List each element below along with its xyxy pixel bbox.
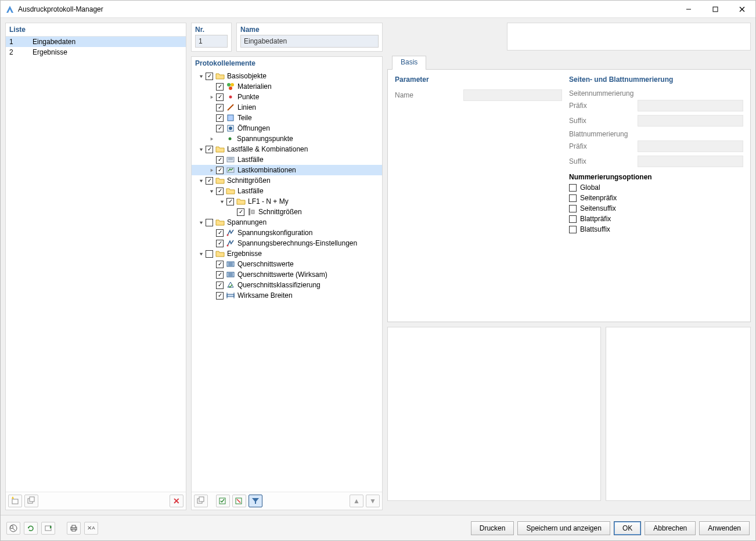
- dot-green-icon: [225, 134, 235, 143]
- tree-row[interactable]: Lastkombinationen: [192, 165, 382, 175]
- collapse-icon[interactable]: [196, 218, 206, 227]
- tree-row[interactable]: Basisobjekte: [192, 71, 382, 81]
- tree-checkbox[interactable]: [206, 250, 213, 258]
- tree-checkbox[interactable]: [216, 167, 224, 174]
- tree-row[interactable]: Materialien: [192, 81, 382, 92]
- option-checkbox[interactable]: [569, 184, 577, 192]
- folder-icon: [236, 197, 246, 206]
- print-button[interactable]: Drucken: [471, 521, 514, 535]
- expand-icon[interactable]: [207, 92, 216, 102]
- option-checkbox[interactable]: [569, 226, 577, 233]
- collapse-icon[interactable]: [196, 176, 206, 185]
- numbering-option[interactable]: Seitensuffix: [569, 204, 743, 212]
- name-input[interactable]: [240, 35, 379, 48]
- tree-row[interactable]: Lastfälle: [192, 154, 382, 165]
- tree-checkbox[interactable]: [216, 83, 224, 91]
- page-suffix-input[interactable]: [638, 115, 743, 127]
- refresh-button[interactable]: [24, 522, 38, 535]
- ok-button[interactable]: OK: [614, 521, 641, 535]
- tree-checkbox[interactable]: [216, 156, 224, 164]
- maximize-button[interactable]: [702, 1, 729, 18]
- tree-row[interactable]: Querschnittsklassifizierung: [192, 280, 382, 290]
- tree-row[interactable]: Spannungsberechnungs-Einstellungen: [192, 238, 382, 248]
- tree-checkbox[interactable]: [216, 125, 224, 132]
- check-all-button[interactable]: [216, 495, 230, 507]
- tree-row[interactable]: Schnittgrößen: [192, 207, 382, 217]
- numbering-option[interactable]: Global: [569, 183, 743, 192]
- copy-list-button[interactable]: [24, 495, 38, 507]
- sheet-suffix-input[interactable]: [638, 156, 743, 167]
- nr-input[interactable]: [195, 35, 228, 48]
- tree-copy-button[interactable]: [194, 495, 208, 507]
- tree-checkbox[interactable]: [216, 261, 224, 268]
- move-up-button[interactable]: ▲: [350, 495, 363, 507]
- option-checkbox[interactable]: [569, 215, 577, 223]
- uncheck-all-button[interactable]: [232, 495, 246, 507]
- tree-row[interactable]: Querschnittswerte (Wirksam): [192, 269, 382, 280]
- collapse-icon[interactable]: [196, 71, 206, 81]
- numbering-option[interactable]: Seitenpräfix: [569, 194, 743, 202]
- new-list-button[interactable]: [8, 495, 22, 507]
- sheet-prefix-input[interactable]: [638, 140, 743, 152]
- tree-row[interactable]: Linien: [192, 102, 382, 113]
- move-down-button[interactable]: ▼: [366, 495, 380, 507]
- collapse-icon[interactable]: [196, 145, 206, 154]
- tree-checkbox[interactable]: [216, 114, 224, 122]
- tree-checkbox[interactable]: [206, 177, 213, 185]
- tree-checkbox[interactable]: [216, 271, 224, 279]
- tree-row[interactable]: Spannungskonfiguration: [192, 228, 382, 238]
- tree-row[interactable]: Öffnungen: [192, 123, 382, 134]
- tree-row[interactable]: Lastfälle & Kombinationen: [192, 144, 382, 154]
- tab-basis[interactable]: Basis: [392, 56, 426, 70]
- tree-checkbox[interactable]: [216, 292, 224, 300]
- expand-icon[interactable]: [207, 134, 216, 143]
- language-button[interactable]: ✕A: [84, 522, 98, 535]
- option-checkbox[interactable]: [569, 205, 577, 212]
- settings-button[interactable]: [41, 522, 55, 535]
- tree-row[interactable]: Punkte: [192, 92, 382, 102]
- cancel-button[interactable]: Abbrechen: [645, 521, 696, 535]
- collapse-icon[interactable]: [207, 186, 216, 196]
- numbering-option[interactable]: Blattsuffix: [569, 225, 743, 233]
- tree-checkbox[interactable]: [216, 187, 224, 195]
- list-row[interactable]: 2 Ergebnisse: [6, 47, 186, 57]
- tree-row[interactable]: Teile: [192, 113, 382, 123]
- svg-point-11: [231, 83, 234, 86]
- tree-checkbox[interactable]: [216, 240, 224, 247]
- tree-row[interactable]: Spannungspunkte: [192, 134, 382, 144]
- minimize-button[interactable]: [675, 1, 702, 18]
- protocol-list[interactable]: 1 Eingabedaten2 Ergebnisse: [6, 37, 186, 492]
- close-button[interactable]: [729, 1, 755, 18]
- collapse-icon[interactable]: [196, 249, 206, 258]
- tree-row[interactable]: LF1 - N + My: [192, 196, 382, 207]
- tree-checkbox[interactable]: [216, 282, 224, 289]
- tree-checkbox[interactable]: [226, 198, 234, 205]
- tree-checkbox[interactable]: [216, 104, 224, 111]
- tree-row[interactable]: Querschnittswerte: [192, 259, 382, 269]
- param-name-input[interactable]: [463, 89, 562, 101]
- tree-row[interactable]: Schnittgrößen: [192, 175, 382, 186]
- page-prefix-input[interactable]: [638, 100, 743, 111]
- delete-list-button[interactable]: ✕: [170, 495, 183, 507]
- tree-row[interactable]: Wirksame Breiten: [192, 290, 382, 301]
- tree-checkbox[interactable]: [237, 208, 244, 216]
- option-checkbox[interactable]: [569, 194, 577, 202]
- print-button-icon[interactable]: [67, 522, 81, 535]
- tree-checkbox[interactable]: [216, 229, 224, 237]
- tree-row[interactable]: Ergebnisse: [192, 248, 382, 259]
- numbering-option[interactable]: Blattpräfix: [569, 215, 743, 223]
- tree-row[interactable]: Spannungen: [192, 217, 382, 228]
- help-button[interactable]: [6, 522, 20, 535]
- tree-row[interactable]: Lastfälle: [192, 186, 382, 196]
- list-row[interactable]: 1 Eingabedaten: [6, 37, 186, 47]
- expand-icon[interactable]: [207, 165, 216, 175]
- tree-checkbox[interactable]: [206, 73, 213, 80]
- apply-button[interactable]: Anwenden: [699, 521, 750, 535]
- filter-button[interactable]: [249, 495, 262, 507]
- collapse-icon[interactable]: [217, 197, 226, 206]
- protocol-tree[interactable]: BasisobjekteMaterialienPunkteLinienTeile…: [192, 70, 382, 492]
- tree-checkbox[interactable]: [206, 146, 213, 153]
- save-show-button[interactable]: Speichern und anzeigen: [517, 521, 610, 535]
- tree-checkbox[interactable]: [216, 93, 224, 101]
- tree-checkbox[interactable]: [206, 219, 213, 226]
